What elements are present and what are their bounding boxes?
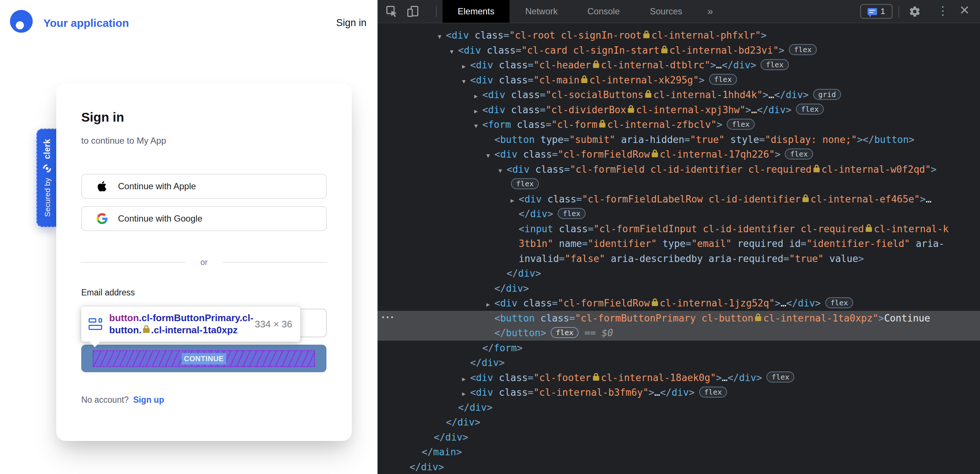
code-segment: div <box>445 432 463 443</box>
expand-arrow-open-icon[interactable]: ▼ <box>450 45 458 59</box>
expand-arrow-closed-icon[interactable]: ▶ <box>462 387 470 402</box>
tree-row[interactable]: ▶<div class="cl-dividerBoxcl-internal-xp… <box>377 102 980 118</box>
sign-up-link[interactable]: Sign up <box>133 395 164 404</box>
code-segment: > <box>648 387 654 398</box>
tree-row[interactable]: </div> <box>377 281 980 296</box>
divider: or <box>81 258 327 267</box>
secured-by-clerk-badge[interactable]: Secured by clerk <box>37 129 57 227</box>
flex-badge[interactable]: flex <box>760 59 789 70</box>
tree-row[interactable]: 3tb1n" name="identifier" type="email" re… <box>377 236 980 251</box>
code-segment: < <box>495 149 500 160</box>
flex-badge[interactable]: flex <box>511 178 539 189</box>
app-title: Your application <box>43 17 129 29</box>
tree-row[interactable]: </div> <box>377 355 980 371</box>
code-segment: > <box>786 104 791 115</box>
clerk-logo-icon <box>42 164 52 173</box>
expand-arrow-closed-icon[interactable]: ▶ <box>462 372 470 387</box>
expand-arrow-closed-icon[interactable]: ▶ <box>511 193 519 208</box>
inspect-highlight-overlay: CONTINUE <box>92 350 315 367</box>
expand-arrow-open-icon[interactable]: ▼ <box>438 29 446 45</box>
code-segment: aria-describedby <box>611 253 702 264</box>
grid-badge[interactable]: grid <box>813 89 841 100</box>
tree-row[interactable]: ▼<div class="cl-maincl-internal-xk295g">… <box>377 73 980 88</box>
kebab-menu-icon[interactable]: ⋮ <box>937 4 949 17</box>
tree-row[interactable]: invalid="false" aria-describedby aria-re… <box>377 251 980 266</box>
tree-row[interactable]: ▶<div class="cl-headercl-internal-dtblrc… <box>377 58 980 73</box>
code-segment: </ <box>506 268 518 279</box>
expand-arrow-open-icon[interactable]: ▼ <box>498 164 506 178</box>
tree-row[interactable]: </main> <box>377 445 980 460</box>
flex-badge[interactable]: flex <box>699 387 727 398</box>
devtools-panel: Elements Network Console Sources » 1 ⋮ ×… <box>377 0 980 474</box>
tree-row[interactable]: •••<button class="cl-formButtonPrimary c… <box>377 311 980 326</box>
tab-sources[interactable]: Sources <box>646 0 686 23</box>
tab-console[interactable]: Console <box>583 0 624 23</box>
continue-with-apple-button[interactable]: Continue with Apple <box>81 174 327 199</box>
tree-row[interactable]: </div> <box>377 415 980 430</box>
continue-button[interactable]: CONTINUE <box>81 345 326 372</box>
flex-badge[interactable]: flex <box>767 372 794 382</box>
flex-badge[interactable]: flex <box>709 74 737 85</box>
expand-arrow-open-icon[interactable]: ▼ <box>486 148 495 164</box>
tree-row[interactable]: ▶<div class="cl-formFieldLabelRow cl-id-… <box>377 192 980 207</box>
code-segment: cl-internal-1jzg52q" <box>660 297 775 309</box>
flex-badge[interactable]: flex <box>558 208 585 219</box>
device-toolbar-icon[interactable] <box>406 5 419 18</box>
tree-row[interactable]: <button type="submit" aria-hidden="true"… <box>377 132 980 147</box>
flex-badge[interactable]: flex <box>796 103 824 115</box>
inspect-element-icon[interactable] <box>385 5 398 18</box>
close-icon[interactable]: × <box>960 1 969 19</box>
code-segment: div <box>488 89 506 100</box>
tree-row[interactable]: ▶<div class="cl-internal-b3fm6y">…</div>… <box>377 385 980 400</box>
expand-arrow-open-icon[interactable]: ▼ <box>462 74 470 89</box>
flex-badge[interactable]: flex <box>550 327 579 338</box>
tree-row[interactable]: ▼<div class="cl-card cl-signIn-startcl-i… <box>377 43 980 58</box>
tree-row[interactable]: ▼<div class="cl-formField cl-id-identifi… <box>377 162 980 177</box>
tree-row[interactable]: <input class="cl-formFieldInput cl-id-id… <box>377 221 980 237</box>
expand-arrow-closed-icon[interactable]: ▶ <box>462 59 470 74</box>
expand-arrow-open-icon[interactable]: ▼ <box>474 119 482 134</box>
lock-icon <box>643 33 649 38</box>
tree-row[interactable]: ▼<div class="cl-root cl-signIn-rootcl-in… <box>377 28 980 43</box>
expand-arrow-closed-icon[interactable]: ▶ <box>474 89 482 104</box>
tab-network[interactable]: Network <box>521 0 562 23</box>
flex-badge[interactable]: flex <box>785 148 813 159</box>
tree-row[interactable]: ▼<div class="cl-formFieldRowcl-internal-… <box>377 147 980 162</box>
continue-with-google-button[interactable]: Continue with Google <box>81 206 327 231</box>
code-segment: cl-internal-ef465e" <box>811 194 920 205</box>
expand-arrow-closed-icon[interactable]: ▶ <box>474 104 482 119</box>
tab-elements[interactable]: Elements <box>442 0 509 23</box>
settings-gear-icon[interactable] <box>909 5 922 19</box>
more-tabs-icon[interactable]: » <box>701 0 719 23</box>
tree-row[interactable]: </div> <box>377 460 980 474</box>
tree-row[interactable]: </button>flex == $0 <box>377 326 980 340</box>
code-segment: </ <box>409 461 421 472</box>
row-overflow-dots[interactable]: ••• <box>381 310 395 325</box>
code-segment: div <box>768 104 786 115</box>
tree-row[interactable]: </div>flex <box>377 207 980 221</box>
code-segment: button <box>500 134 535 145</box>
tree-row[interactable]: ▼<form class="cl-formcl-internal-zfbclv"… <box>377 117 980 132</box>
tree-row[interactable]: ▶<div class="cl-socialButtonscl-internal… <box>377 87 980 102</box>
tree-row[interactable]: flex <box>377 177 980 192</box>
flex-badge[interactable]: flex <box>825 297 853 308</box>
tree-row[interactable]: </div> <box>377 430 980 445</box>
code-segment: … <box>926 194 931 205</box>
code-segment: div <box>506 283 523 294</box>
code-segment: input <box>525 223 553 234</box>
tree-row[interactable]: </div> <box>377 266 980 281</box>
code-segment: class <box>487 45 515 56</box>
tree-row[interactable]: ▶<div class="cl-formFieldRowcl-internal-… <box>377 296 980 311</box>
flex-badge[interactable]: flex <box>727 119 755 130</box>
flex-badge[interactable]: flex <box>789 44 817 55</box>
divider-line <box>223 262 327 263</box>
tree-row[interactable]: ▶<div class="cl-footercl-internal-18aek0… <box>377 371 980 385</box>
expand-arrow-closed-icon[interactable]: ▶ <box>486 297 495 312</box>
code-segment: button <box>500 313 535 324</box>
tree-row[interactable]: </form> <box>377 340 980 356</box>
issues-button[interactable]: 1 <box>860 4 892 19</box>
code-segment <box>493 372 499 383</box>
code-segment: = <box>528 75 534 86</box>
header-sign-in-link[interactable]: Sign in <box>336 17 366 29</box>
tree-row[interactable]: </div> <box>377 400 980 415</box>
